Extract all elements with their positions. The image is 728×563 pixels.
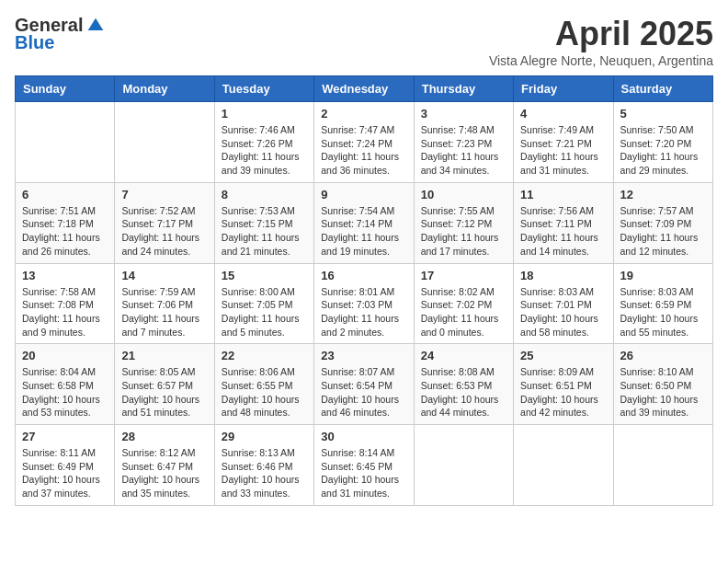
day-info: Sunrise: 7:50 AM Sunset: 7:20 PM Dayligh…	[620, 123, 706, 178]
calendar-cell: 9Sunrise: 7:54 AM Sunset: 7:14 PM Daylig…	[314, 182, 414, 263]
day-number: 21	[121, 349, 207, 362]
day-info: Sunrise: 7:49 AM Sunset: 7:21 PM Dayligh…	[520, 123, 606, 178]
calendar-header-row: SundayMondayTuesdayWednesdayThursdayFrid…	[16, 76, 713, 102]
day-info: Sunrise: 7:53 AM Sunset: 7:15 PM Dayligh…	[222, 204, 307, 259]
day-info: Sunrise: 7:58 AM Sunset: 7:08 PM Dayligh…	[22, 285, 108, 339]
calendar-cell: 22Sunrise: 8:06 AM Sunset: 6:55 PM Dayli…	[214, 344, 313, 425]
day-info: Sunrise: 7:47 AM Sunset: 7:24 PM Dayligh…	[321, 123, 406, 178]
day-number: 23	[321, 349, 406, 362]
day-info: Sunrise: 8:00 AM Sunset: 7:05 PM Dayligh…	[222, 285, 307, 339]
calendar-cell: 14Sunrise: 7:59 AM Sunset: 7:06 PM Dayli…	[115, 263, 214, 344]
calendar-cell: 17Sunrise: 8:02 AM Sunset: 7:02 PM Dayli…	[414, 263, 513, 344]
day-info: Sunrise: 8:03 AM Sunset: 6:59 PM Dayligh…	[620, 285, 706, 339]
calendar-cell	[514, 425, 613, 506]
svg-marker-0	[88, 17, 104, 29]
day-info: Sunrise: 7:55 AM Sunset: 7:12 PM Dayligh…	[421, 204, 506, 259]
calendar-cell: 2Sunrise: 7:47 AM Sunset: 7:24 PM Daylig…	[314, 102, 414, 183]
logo: General Blue	[15, 15, 105, 53]
day-number: 13	[22, 269, 108, 282]
calendar-week-row: 6Sunrise: 7:51 AM Sunset: 7:18 PM Daylig…	[16, 182, 713, 263]
calendar-cell: 24Sunrise: 8:08 AM Sunset: 6:53 PM Dayli…	[414, 344, 513, 425]
day-info: Sunrise: 8:09 AM Sunset: 6:51 PM Dayligh…	[520, 365, 606, 419]
day-info: Sunrise: 7:46 AM Sunset: 7:26 PM Dayligh…	[222, 123, 307, 178]
calendar-cell: 16Sunrise: 8:01 AM Sunset: 7:03 PM Dayli…	[314, 263, 414, 344]
day-number: 2	[321, 107, 406, 121]
calendar-cell	[16, 102, 115, 183]
day-number: 30	[321, 430, 406, 443]
day-number: 28	[121, 430, 207, 443]
calendar-cell: 26Sunrise: 8:10 AM Sunset: 6:50 PM Dayli…	[613, 344, 712, 425]
calendar-cell: 1Sunrise: 7:46 AM Sunset: 7:26 PM Daylig…	[214, 102, 313, 183]
day-number: 5	[620, 107, 706, 121]
day-number: 29	[222, 430, 307, 443]
calendar-cell: 18Sunrise: 8:03 AM Sunset: 7:01 PM Dayli…	[514, 263, 613, 344]
day-number: 12	[620, 188, 706, 201]
day-number: 16	[321, 269, 406, 282]
logo-icon	[86, 17, 105, 35]
day-number: 18	[520, 269, 606, 282]
calendar-cell: 28Sunrise: 8:12 AM Sunset: 6:47 PM Dayli…	[115, 425, 214, 506]
day-number: 4	[520, 107, 606, 121]
day-info: Sunrise: 8:05 AM Sunset: 6:57 PM Dayligh…	[121, 365, 207, 419]
day-number: 7	[121, 188, 207, 201]
page-header: General Blue April 2025 Vista Alegre Nor…	[15, 15, 713, 68]
calendar-cell: 10Sunrise: 7:55 AM Sunset: 7:12 PM Dayli…	[414, 182, 513, 263]
day-info: Sunrise: 8:02 AM Sunset: 7:02 PM Dayligh…	[421, 285, 506, 339]
day-info: Sunrise: 7:56 AM Sunset: 7:11 PM Dayligh…	[520, 204, 606, 259]
day-number: 1	[222, 107, 307, 121]
day-info: Sunrise: 7:52 AM Sunset: 7:17 PM Dayligh…	[121, 204, 207, 259]
title-block: April 2025 Vista Alegre Norte, Neuquen, …	[489, 15, 713, 68]
day-info: Sunrise: 8:01 AM Sunset: 7:03 PM Dayligh…	[321, 285, 406, 339]
weekday-header-thursday: Thursday	[414, 76, 513, 102]
weekday-header-friday: Friday	[514, 76, 613, 102]
calendar-week-row: 27Sunrise: 8:11 AM Sunset: 6:49 PM Dayli…	[16, 425, 713, 506]
day-info: Sunrise: 7:57 AM Sunset: 7:09 PM Dayligh…	[620, 204, 706, 259]
location-subtitle: Vista Alegre Norte, Neuquen, Argentina	[489, 53, 713, 68]
calendar-week-row: 20Sunrise: 8:04 AM Sunset: 6:58 PM Dayli…	[16, 344, 713, 425]
day-info: Sunrise: 7:51 AM Sunset: 7:18 PM Dayligh…	[22, 204, 108, 259]
day-number: 9	[321, 188, 406, 201]
calendar-cell: 7Sunrise: 7:52 AM Sunset: 7:17 PM Daylig…	[115, 182, 214, 263]
day-info: Sunrise: 8:12 AM Sunset: 6:47 PM Dayligh…	[121, 446, 207, 500]
calendar-cell: 3Sunrise: 7:48 AM Sunset: 7:23 PM Daylig…	[414, 102, 513, 183]
calendar-cell: 27Sunrise: 8:11 AM Sunset: 6:49 PM Dayli…	[16, 425, 115, 506]
calendar-cell	[613, 425, 712, 506]
day-info: Sunrise: 8:14 AM Sunset: 6:45 PM Dayligh…	[321, 446, 406, 500]
weekday-header-tuesday: Tuesday	[214, 76, 313, 102]
calendar-cell	[414, 425, 513, 506]
day-info: Sunrise: 8:03 AM Sunset: 7:01 PM Dayligh…	[520, 285, 606, 339]
day-number: 22	[222, 349, 307, 362]
calendar-cell: 8Sunrise: 7:53 AM Sunset: 7:15 PM Daylig…	[214, 182, 313, 263]
day-number: 3	[421, 107, 506, 121]
weekday-header-sunday: Sunday	[16, 76, 115, 102]
day-info: Sunrise: 7:59 AM Sunset: 7:06 PM Dayligh…	[121, 285, 207, 339]
day-number: 6	[22, 188, 108, 201]
calendar-cell: 6Sunrise: 7:51 AM Sunset: 7:18 PM Daylig…	[16, 182, 115, 263]
day-info: Sunrise: 8:06 AM Sunset: 6:55 PM Dayligh…	[222, 365, 307, 419]
calendar-cell: 5Sunrise: 7:50 AM Sunset: 7:20 PM Daylig…	[613, 102, 712, 183]
logo-blue-text: Blue	[15, 32, 54, 53]
day-info: Sunrise: 7:54 AM Sunset: 7:14 PM Dayligh…	[321, 204, 406, 259]
day-number: 27	[22, 430, 108, 443]
day-number: 20	[22, 349, 108, 362]
day-info: Sunrise: 7:48 AM Sunset: 7:23 PM Dayligh…	[421, 123, 506, 178]
calendar-cell: 19Sunrise: 8:03 AM Sunset: 6:59 PM Dayli…	[613, 263, 712, 344]
day-info: Sunrise: 8:11 AM Sunset: 6:49 PM Dayligh…	[22, 446, 108, 500]
day-info: Sunrise: 8:04 AM Sunset: 6:58 PM Dayligh…	[22, 365, 108, 419]
weekday-header-monday: Monday	[115, 76, 214, 102]
calendar-cell: 12Sunrise: 7:57 AM Sunset: 7:09 PM Dayli…	[613, 182, 712, 263]
day-number: 8	[222, 188, 307, 201]
day-info: Sunrise: 8:10 AM Sunset: 6:50 PM Dayligh…	[620, 365, 706, 419]
day-info: Sunrise: 8:13 AM Sunset: 6:46 PM Dayligh…	[222, 446, 307, 500]
day-number: 24	[421, 349, 506, 362]
calendar-cell: 11Sunrise: 7:56 AM Sunset: 7:11 PM Dayli…	[514, 182, 613, 263]
month-title: April 2025	[489, 15, 713, 53]
calendar-cell: 20Sunrise: 8:04 AM Sunset: 6:58 PM Dayli…	[16, 344, 115, 425]
calendar-cell: 13Sunrise: 7:58 AM Sunset: 7:08 PM Dayli…	[16, 263, 115, 344]
day-number: 25	[520, 349, 606, 362]
day-number: 15	[222, 269, 307, 282]
calendar-cell: 25Sunrise: 8:09 AM Sunset: 6:51 PM Dayli…	[514, 344, 613, 425]
calendar-cell: 29Sunrise: 8:13 AM Sunset: 6:46 PM Dayli…	[214, 425, 313, 506]
day-number: 19	[620, 269, 706, 282]
day-info: Sunrise: 8:07 AM Sunset: 6:54 PM Dayligh…	[321, 365, 406, 419]
